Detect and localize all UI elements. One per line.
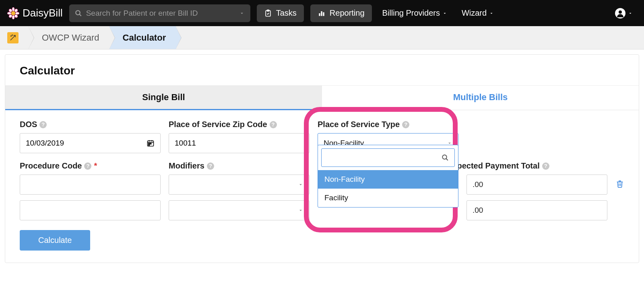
help-icon[interactable]: ? xyxy=(542,162,549,170)
chevron-down-icon xyxy=(298,208,303,213)
calculate-button[interactable]: Calculate xyxy=(20,230,90,251)
tasks-button[interactable]: Tasks xyxy=(257,4,304,22)
svg-point-18 xyxy=(619,10,622,14)
dos-input[interactable] xyxy=(20,133,161,153)
tab-single-bill[interactable]: Single Bill xyxy=(5,86,322,110)
required-indicator: * xyxy=(94,161,97,171)
svg-line-29 xyxy=(446,158,448,160)
svg-point-19 xyxy=(11,35,12,36)
modifiers-select[interactable] xyxy=(169,200,310,220)
brand-logo[interactable]: DaisyBill xyxy=(7,7,63,19)
search-input[interactable] xyxy=(86,9,235,18)
pay-total-output: .00 xyxy=(466,175,607,195)
delete-row-button[interactable] xyxy=(615,179,624,188)
daisy-flower-icon xyxy=(7,7,19,19)
dropdown-search[interactable] xyxy=(321,148,455,167)
svg-point-4 xyxy=(15,12,19,14)
user-menu[interactable] xyxy=(611,8,637,18)
chevron-down-icon[interactable] xyxy=(239,10,245,16)
svg-rect-14 xyxy=(319,13,320,16)
breadcrumb-calculator[interactable]: Calculator xyxy=(109,26,176,49)
pos-type-dropdown: Non-Facility Facility xyxy=(318,145,458,208)
global-search[interactable] xyxy=(69,4,250,22)
reporting-button[interactable]: Reporting xyxy=(310,4,372,22)
tabs: Single Bill Multiple Bills xyxy=(5,86,639,110)
calendar-icon[interactable] xyxy=(147,139,155,147)
help-icon[interactable]: ? xyxy=(207,162,214,170)
svg-point-10 xyxy=(76,10,80,15)
wizard-menu[interactable]: Wizard xyxy=(458,8,498,18)
topbar: DaisyBill Tasks Reporting Billing Provid… xyxy=(0,0,644,26)
svg-rect-27 xyxy=(149,144,150,146)
user-icon xyxy=(615,8,625,18)
help-icon[interactable]: ? xyxy=(84,162,91,170)
procedure-code-label: Procedure Code xyxy=(20,161,82,171)
tab-multiple-bills[interactable]: Multiple Bills xyxy=(322,86,639,110)
help-icon[interactable]: ? xyxy=(39,121,47,128)
reporting-label: Reporting xyxy=(330,8,365,18)
chevron-down-icon xyxy=(489,11,494,16)
modifiers-label: Modifiers xyxy=(169,161,204,171)
svg-point-9 xyxy=(11,11,15,15)
pos-type-label: Place of Service Type xyxy=(318,120,400,129)
svg-point-20 xyxy=(12,35,13,35)
svg-rect-26 xyxy=(150,143,151,144)
pay-total-label: Expected Payment Total xyxy=(447,161,540,171)
procedure-code-input[interactable] xyxy=(20,200,161,220)
dos-label: DOS xyxy=(20,120,37,129)
breadcrumb-home[interactable] xyxy=(0,26,28,49)
zip-label: Place of Service Zip Code xyxy=(169,120,267,129)
svg-line-11 xyxy=(79,14,81,16)
svg-point-28 xyxy=(442,155,447,159)
tasks-label: Tasks xyxy=(276,8,297,18)
help-icon[interactable]: ? xyxy=(270,121,277,128)
clipboard-icon xyxy=(264,9,272,17)
breadcrumb-owcp-wizard[interactable]: OWCP Wizard xyxy=(28,26,109,49)
page-title: Calculator xyxy=(5,55,639,86)
search-icon xyxy=(442,154,449,161)
zip-input[interactable] xyxy=(169,133,310,153)
svg-rect-16 xyxy=(323,12,324,16)
chevron-down-icon xyxy=(628,11,633,16)
option-non-facility[interactable]: Non-Facility xyxy=(318,170,458,189)
chevron-down-icon xyxy=(442,11,447,16)
breadcrumb: OWCP Wizard Calculator xyxy=(0,26,644,49)
procedure-code-input[interactable] xyxy=(20,175,161,195)
option-facility[interactable]: Facility xyxy=(318,189,458,207)
svg-point-2 xyxy=(12,15,14,19)
svg-rect-25 xyxy=(149,143,150,144)
search-icon xyxy=(75,10,82,17)
bar-chart-icon xyxy=(318,9,326,17)
billing-providers-menu[interactable]: Billing Providers xyxy=(378,8,451,18)
help-icon[interactable]: ? xyxy=(402,121,409,128)
modifiers-select[interactable] xyxy=(169,175,310,195)
wizard-icon xyxy=(7,32,19,43)
svg-point-1 xyxy=(12,7,14,11)
brand-name: DaisyBill xyxy=(23,7,63,19)
pay-total-output: .00 xyxy=(466,200,607,220)
svg-point-3 xyxy=(7,12,11,14)
calculator-card: Calculator Single Bill Multiple Bills DO… xyxy=(5,54,639,263)
svg-rect-15 xyxy=(321,11,322,16)
chevron-down-icon xyxy=(298,182,303,187)
